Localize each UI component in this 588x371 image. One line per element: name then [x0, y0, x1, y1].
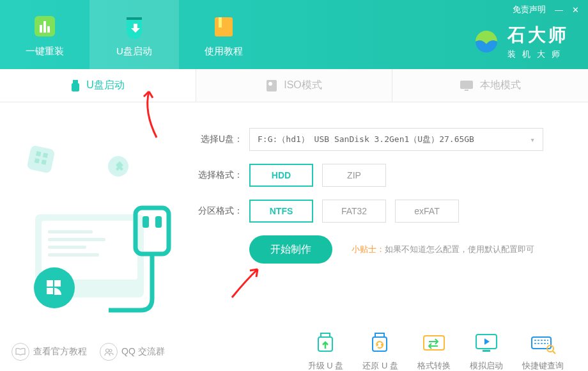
bars-icon — [31, 12, 59, 40]
convert-icon — [420, 332, 448, 356]
close-icon[interactable]: ✕ — [572, 5, 579, 15]
partition-format-label: 分区格式： — [198, 205, 249, 217]
svg-rect-25 — [155, 216, 162, 228]
svg-rect-7 — [72, 83, 79, 91]
usb-up-icon — [312, 332, 340, 356]
disk-select[interactable]: F:G:（hd1） USB SanDisk 3.2Gen1（U盘）27.65GB… — [249, 128, 543, 151]
tip-text: 小贴士：如果不知道怎么配置，使用默认配置即可 — [352, 244, 534, 255]
subtab-usb[interactable]: U盘启动 — [0, 69, 196, 102]
tool-shortcut[interactable]: 快捷键查询 — [522, 332, 564, 371]
nav-label: 一键重装 — [26, 45, 64, 58]
iso-icon — [266, 79, 277, 92]
format-hdd[interactable]: HDD — [249, 164, 313, 187]
svg-rect-16 — [48, 238, 105, 241]
svg-rect-30 — [42, 159, 47, 164]
shield-icon — [120, 12, 148, 40]
subtab-iso[interactable]: ISO模式 — [196, 69, 392, 102]
svg-rect-37 — [424, 336, 444, 350]
svg-rect-2 — [43, 21, 46, 33]
svg-rect-36 — [373, 337, 387, 351]
header: 一键重装 U盘启动 使用教程 免责声明 — ✕ 石大师 装机大师 — [0, 0, 588, 69]
start-button[interactable]: 开始制作 — [249, 235, 332, 264]
monitor-icon — [460, 80, 474, 91]
svg-point-31 — [106, 349, 109, 352]
logo-icon — [473, 28, 500, 55]
svg-rect-24 — [143, 216, 149, 228]
nav-tutorial[interactable]: 使用教程 — [179, 0, 268, 69]
brand-logo: 石大师 装机大师 — [473, 23, 588, 60]
svg-rect-10 — [460, 81, 473, 89]
footer: 查看官方教程 QQ 交流群 升级 U 盘 还原 U 盘 格式转换 模拟启动 快捷 — [0, 333, 588, 371]
minimize-icon[interactable]: — — [555, 5, 563, 15]
people-icon — [100, 343, 118, 361]
partition-fat32[interactable]: FAT32 — [322, 200, 386, 223]
tool-simulate[interactable]: 模拟启动 — [470, 332, 503, 371]
svg-rect-20 — [47, 280, 53, 287]
book-icon — [210, 12, 238, 40]
svg-rect-17 — [48, 246, 86, 249]
svg-rect-22 — [47, 288, 53, 294]
partition-ntfs[interactable]: NTFS — [249, 200, 313, 223]
svg-rect-21 — [54, 280, 61, 287]
nav-reinstall[interactable]: 一键重装 — [0, 0, 89, 69]
svg-rect-39 — [483, 350, 490, 352]
partition-exfat[interactable]: exFAT — [395, 200, 459, 223]
svg-rect-28 — [43, 153, 48, 158]
tutorial-link[interactable]: 查看官方教程 — [12, 343, 87, 361]
svg-rect-1 — [40, 25, 42, 33]
brand-subtitle: 装机大师 — [507, 49, 569, 60]
svg-rect-26 — [26, 145, 55, 173]
svg-point-9 — [268, 82, 272, 86]
disclaimer-link[interactable]: 免责声明 — [513, 4, 546, 15]
usb-icon — [71, 80, 80, 91]
svg-rect-18 — [48, 253, 99, 257]
subtabs: U盘启动 ISO模式 本地模式 — [0, 69, 588, 102]
subtab-local[interactable]: 本地模式 — [392, 69, 588, 102]
play-screen-icon — [472, 332, 500, 356]
svg-rect-11 — [465, 90, 468, 91]
select-disk-label: 选择U盘： — [198, 134, 249, 145]
svg-rect-27 — [36, 151, 41, 156]
svg-rect-8 — [267, 80, 277, 91]
nav-label: U盘启动 — [116, 45, 152, 58]
illustration — [0, 102, 192, 333]
tool-restore[interactable]: 还原 U 盘 — [362, 332, 398, 371]
svg-line-44 — [553, 351, 555, 354]
qq-group-link[interactable]: QQ 交流群 — [100, 343, 165, 361]
tool-upgrade[interactable]: 升级 U 盘 — [308, 332, 344, 371]
svg-rect-3 — [47, 26, 50, 33]
form-area: 选择U盘： F:G:（hd1） USB SanDisk 3.2Gen1（U盘）2… — [192, 102, 588, 333]
svg-rect-29 — [35, 158, 40, 163]
tool-convert[interactable]: 格式转换 — [417, 332, 451, 371]
book-open-icon — [12, 343, 29, 361]
svg-rect-6 — [73, 80, 78, 83]
brand-title: 石大师 — [507, 23, 569, 47]
nav-usb-boot[interactable]: U盘启动 — [89, 0, 179, 69]
chevron-down-icon: ▾ — [530, 135, 535, 145]
nav-label: 使用教程 — [205, 45, 243, 58]
usb-refresh-icon — [366, 332, 394, 356]
svg-point-32 — [109, 349, 112, 352]
svg-rect-15 — [48, 230, 93, 233]
select-format-label: 选择格式： — [198, 170, 249, 181]
keyboard-search-icon — [529, 332, 557, 356]
svg-rect-4 — [215, 17, 233, 36]
format-zip[interactable]: ZIP — [322, 164, 386, 187]
